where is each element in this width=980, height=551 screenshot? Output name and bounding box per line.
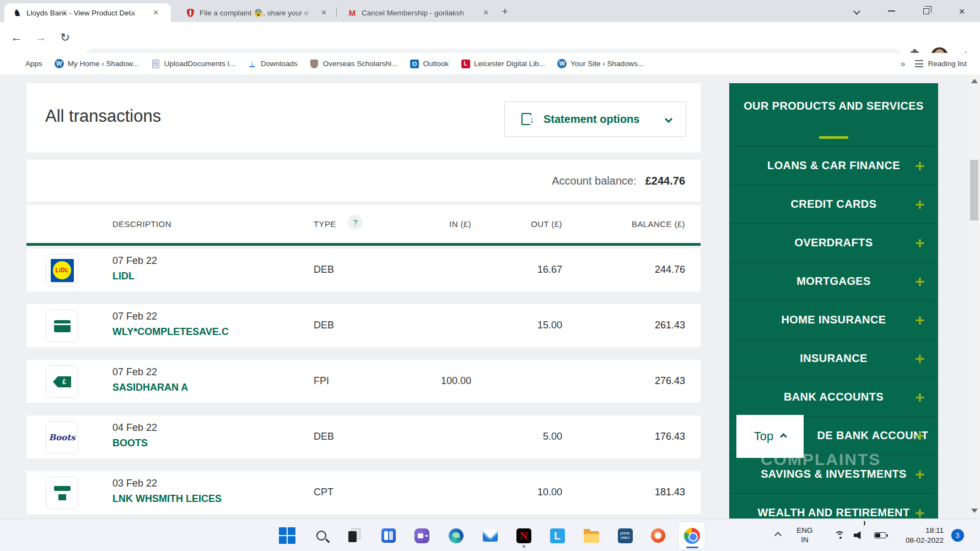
sidebar-item-wealth-retirement[interactable]: WEALTH AND RETIREMENT+: [729, 493, 938, 518]
plus-icon[interactable]: +: [915, 428, 925, 444]
new-tab-button[interactable]: +: [498, 4, 512, 19]
transaction-name[interactable]: WLY*COMPLETESAVE.C: [112, 326, 229, 338]
sidebar-item-overdrafts[interactable]: OVERDRAFTS+: [729, 223, 938, 262]
taskbar-l-app[interactable]: L: [546, 523, 569, 548]
taskbar-chat-button[interactable]: [410, 523, 433, 548]
window-close-button[interactable]: ×: [949, 0, 974, 22]
sidebar-title: OUR PRODUCTS AND SERVICES: [729, 100, 938, 112]
mail-icon: [483, 530, 498, 542]
scroll-up-icon[interactable]: [971, 79, 978, 83]
sidebar-item-credit-cards[interactable]: CREDIT CARDS+: [729, 185, 938, 223]
bookmarks-overflow-icon[interactable]: »: [901, 59, 906, 69]
scrollbar-thumb[interactable]: [970, 160, 978, 220]
taskbar-mail-app[interactable]: [478, 523, 502, 548]
window-minimize-button[interactable]: [879, 0, 904, 22]
table-row[interactable]: LiDL 07 Feb 22 LIDL DEB 16.67 244.76: [26, 249, 701, 291]
wifi-icon[interactable]: [832, 519, 849, 551]
table-row[interactable]: Boots 04 Feb 22 BOOTS DEB 5.00 176.43: [26, 415, 701, 458]
taskbar-widgets-button[interactable]: [377, 523, 400, 548]
transaction-date: 07 Feb 22: [112, 366, 157, 378]
start-button[interactable]: [276, 523, 299, 548]
back-to-top-button[interactable]: Top: [736, 415, 804, 458]
plus-icon[interactable]: +: [915, 158, 925, 174]
screen: ♞ Lloyds Bank - View Product Deta × File…: [0, 0, 980, 551]
tab-gmail[interactable]: M Cancel Membership - gorilaksh ×: [340, 3, 494, 22]
page-scrollbar[interactable]: [968, 74, 980, 518]
transaction-name[interactable]: BOOTS: [112, 437, 148, 449]
bookmark-overseas-scholarship[interactable]: Overseas Scholarshi...: [310, 59, 398, 68]
tab-close-icon[interactable]: ×: [321, 8, 326, 18]
reading-list-button[interactable]: Reading list: [915, 60, 967, 68]
tab-close-icon[interactable]: ×: [483, 8, 488, 18]
browser-toolbar: ← → ↻ secure.lloydsbank.co.uk/personal/a…: [0, 22, 980, 53]
edge-icon: [449, 528, 464, 543]
battery-icon[interactable]: [871, 519, 890, 551]
forward-button[interactable]: →: [32, 29, 50, 46]
transaction-name[interactable]: LNK WHSMITH LEICES: [112, 493, 222, 505]
bookmark-apps[interactable]: Apps: [12, 59, 42, 68]
bookmark-leicester-library[interactable]: L Leicester Digital Lib...: [461, 59, 545, 68]
plus-icon[interactable]: +: [915, 466, 925, 483]
search-icon: [316, 531, 326, 541]
bookmark-upload-documents[interactable]: UploadDocuments l...: [151, 59, 235, 68]
sidebar-item-home-insurance[interactable]: HOME INSURANCE+: [729, 300, 938, 339]
transaction-name[interactable]: LIDL: [112, 271, 134, 282]
transaction-out: 15.00: [537, 320, 562, 331]
tray-language-switcher[interactable]: ENG IN: [790, 519, 819, 551]
bookmark-your-site[interactable]: W Your Site ‹ Shadows...: [557, 59, 644, 68]
active-indicator: [686, 547, 698, 548]
transaction-name[interactable]: SASIDHARAN A: [112, 382, 188, 393]
taskbar-chrome-app[interactable]: [678, 521, 706, 550]
window-chevron-button[interactable]: [844, 0, 869, 22]
tab-title: Cancel Membership - gorilaksh: [362, 9, 478, 17]
tab-lloyds[interactable]: ♞ Lloyds Bank - View Product Deta ×: [4, 3, 171, 22]
plus-icon[interactable]: +: [915, 196, 925, 213]
table-row[interactable]: £ 07 Feb 22 SASIDHARAN A FPI 100.00 276.…: [26, 360, 701, 403]
plus-icon[interactable]: +: [915, 235, 925, 251]
table-header: DESCRIPTION TYPE ? IN (£) OUT (£) BALANC…: [26, 205, 701, 243]
taskbar-file-explorer[interactable]: [580, 523, 603, 548]
taskbar-snip-app[interactable]: [343, 523, 366, 548]
sidebar-item-savings-investments[interactable]: SAVINGS & INVESTMENTS+: [729, 455, 938, 493]
transaction-balance: 244.76: [655, 264, 685, 276]
prime-video-icon: prime video: [618, 528, 633, 543]
taskbar-edge-app[interactable]: [444, 523, 467, 548]
type-help-icon[interactable]: ?: [348, 215, 363, 230]
chevron-down-icon: [666, 114, 671, 124]
volume-icon[interactable]: [851, 519, 868, 551]
bookmark-outlook[interactable]: O Outlook: [410, 59, 449, 68]
scroll-down-icon[interactable]: [971, 509, 978, 513]
bookmark-downloads[interactable]: ↓ Downloads: [247, 59, 298, 68]
plus-icon[interactable]: +: [915, 312, 925, 328]
taskbar-office-app[interactable]: [647, 523, 670, 548]
notification-badge[interactable]: 3: [949, 519, 966, 551]
table-row[interactable]: 07 Feb 22 WLY*COMPLETESAVE.C DEB 15.00 2…: [26, 304, 701, 347]
statement-options-button[interactable]: Statement options: [504, 101, 686, 137]
widgets-icon: [381, 528, 396, 543]
sidebar-item-bank-accounts[interactable]: BANK ACCOUNTS+: [729, 377, 938, 416]
table-row[interactable]: 03 Feb 22 LNK WHSMITH LEICES CPT 10.00 1…: [26, 471, 701, 514]
taskbar-prime-video-app[interactable]: prime video: [613, 523, 637, 548]
window-restore-button[interactable]: [913, 0, 939, 22]
netflix-icon: N: [516, 528, 531, 543]
plus-icon[interactable]: +: [915, 273, 925, 290]
tray-clock[interactable]: 18:11 08-02-2022: [893, 519, 944, 551]
gmail-icon: M: [347, 8, 357, 18]
tray-hidden-icons-button[interactable]: [769, 519, 786, 551]
bookmark-my-home[interactable]: W My Home ‹ Shadow...: [55, 59, 139, 68]
reload-button[interactable]: ↻: [56, 29, 74, 46]
plus-icon[interactable]: +: [915, 505, 925, 519]
tab-close-icon[interactable]: ×: [153, 8, 158, 18]
taskbar-netflix-app[interactable]: N: [512, 523, 535, 548]
sidebar-item-mortgages[interactable]: MORTGAGES+: [729, 262, 938, 300]
back-button[interactable]: ←: [8, 29, 25, 46]
tab-complaint[interactable]: File a complaint 😨, share your e ×: [177, 3, 332, 22]
plus-icon[interactable]: +: [915, 389, 925, 406]
transaction-out: 10.00: [537, 487, 562, 498]
taskbar-search-button[interactable]: [310, 523, 333, 548]
lloyds-horse-icon: ♞: [12, 8, 22, 18]
transaction-balance: 176.43: [655, 431, 685, 442]
sidebar-item-insurance[interactable]: INSURANCE+: [729, 339, 938, 377]
plus-icon[interactable]: +: [915, 350, 925, 367]
sidebar-item-loans[interactable]: LOANS & CAR FINANCE+: [729, 146, 938, 185]
